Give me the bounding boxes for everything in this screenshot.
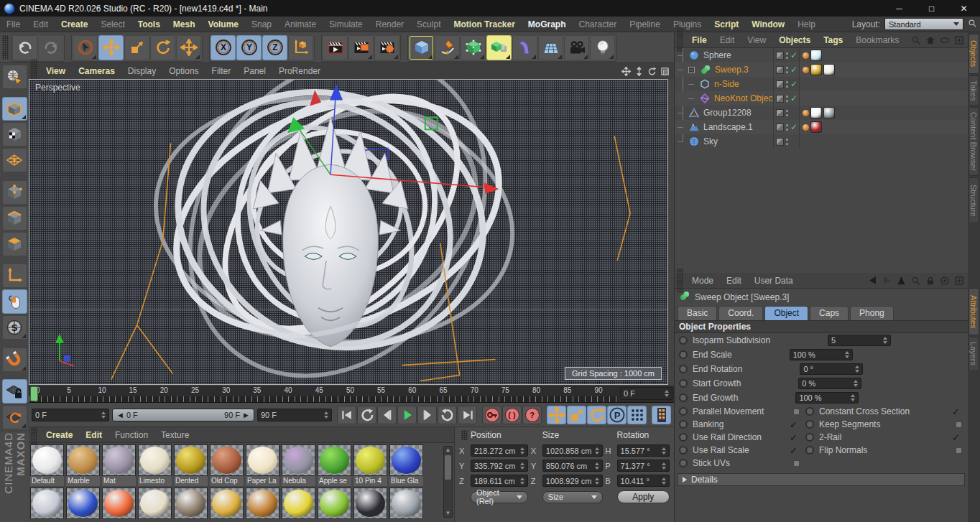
tag-icon[interactable] — [803, 110, 809, 116]
add-panel-icon[interactable] — [953, 34, 964, 45]
layout-select[interactable]: Standard — [884, 18, 963, 30]
menu-item-character[interactable]: Character — [573, 17, 624, 32]
tab-caps[interactable]: Caps — [810, 306, 849, 320]
enable-check-icon[interactable]: ✓ — [790, 122, 799, 132]
material-item[interactable]: Blue Gla — [389, 444, 425, 486]
menu-item-sculpt[interactable]: Sculpt — [410, 17, 447, 32]
tab-basic[interactable]: Basic — [678, 306, 717, 320]
attribute-manager-grip[interactable] — [677, 269, 683, 293]
menu-item-mesh[interactable]: Mesh — [167, 17, 202, 32]
menu-item-pipeline[interactable]: Pipeline — [623, 17, 667, 32]
material-thumbnail[interactable] — [174, 444, 208, 476]
timeline-window-button[interactable] — [652, 406, 671, 424]
last-used-tool[interactable] — [176, 35, 201, 60]
material-tag-icon[interactable] — [810, 50, 822, 61]
layer-toggle[interactable] — [776, 109, 784, 117]
polygons-mode-button[interactable] — [2, 232, 27, 256]
stepper-icon[interactable] — [592, 477, 599, 485]
material-item[interactable] — [318, 488, 353, 519]
object-manager-menu-bookmarks[interactable]: Bookmarks — [849, 32, 905, 48]
menu-item-window[interactable]: Window — [745, 17, 791, 32]
position-value-field[interactable]: 218.272 cm — [471, 444, 528, 457]
material-thumbnail[interactable] — [353, 488, 387, 519]
viewport-menu-filter[interactable]: Filter — [205, 63, 238, 79]
menu-item-simulate[interactable]: Simulate — [323, 17, 369, 32]
search-icon[interactable] — [910, 34, 921, 45]
material-item[interactable]: Mat — [102, 444, 137, 486]
goto-end-button[interactable] — [458, 406, 477, 424]
viewport-solo-button[interactable] — [2, 289, 27, 314]
object-name[interactable]: NeoKnot Object — [714, 93, 773, 103]
object-name[interactable]: Group12208 — [703, 108, 752, 118]
material-thumbnail[interactable] — [282, 488, 315, 519]
stepper-icon[interactable] — [662, 390, 669, 397]
checkbox-checked[interactable]: ✓ — [952, 406, 962, 417]
keyframe-circle-icon[interactable] — [679, 393, 688, 402]
object-name[interactable]: Sphere — [703, 50, 731, 60]
table-row[interactable]: Sphere✓ — [675, 48, 968, 62]
stepper-icon[interactable] — [659, 447, 666, 455]
align-workplane-button[interactable] — [2, 405, 27, 429]
object-name[interactable]: Sky — [703, 136, 718, 146]
material-item[interactable] — [66, 488, 101, 519]
menu-item-edit[interactable]: Edit — [27, 17, 55, 32]
material-tag-icon[interactable] — [823, 64, 835, 75]
viewport-menu-options[interactable]: Options — [162, 63, 205, 79]
object-name[interactable]: n-Side — [714, 79, 739, 89]
stepper-icon[interactable] — [592, 462, 599, 470]
tag-icon[interactable] — [803, 52, 809, 59]
timeline-playhead[interactable] — [30, 386, 38, 401]
enable-check-icon[interactable]: ✓ — [790, 79, 799, 89]
next-frame-button[interactable] — [417, 406, 437, 424]
layer-toggle[interactable] — [776, 80, 784, 88]
camera-button[interactable] — [564, 35, 589, 60]
play-cycle-button[interactable] — [438, 406, 457, 424]
autokey-help-button[interactable]: ? — [522, 406, 542, 424]
minimize-button[interactable]: ─ — [883, 0, 915, 17]
viewport-menu-prorender[interactable]: ProRender — [272, 63, 327, 79]
lock-workplane-button[interactable] — [2, 379, 27, 404]
lock-icon[interactable] — [925, 275, 935, 286]
dolly-view-icon[interactable] — [634, 66, 644, 76]
material-item[interactable]: Old Cop — [210, 444, 245, 486]
material-menu-function[interactable]: Function — [108, 427, 154, 443]
material-thumbnail[interactable] — [318, 444, 351, 476]
rotation-value-field[interactable]: 15.577 ° — [617, 444, 670, 457]
enable-axis-button[interactable] — [2, 264, 27, 288]
coordinate-system-button[interactable] — [288, 35, 313, 60]
stepper-icon[interactable] — [517, 477, 524, 485]
panel-tab-objects[interactable]: Objects — [969, 34, 979, 74]
viewport-menu-panel[interactable]: Panel — [237, 63, 272, 79]
material-thumbnail[interactable] — [138, 444, 172, 476]
material-item[interactable]: Dented — [174, 444, 209, 486]
object-manager-menu-file[interactable]: File — [685, 32, 713, 48]
add-panel-icon[interactable] — [953, 275, 964, 286]
rotate-tool[interactable] — [150, 35, 175, 60]
material-item[interactable]: Nebula — [282, 444, 317, 486]
tag-icon[interactable] — [803, 124, 809, 131]
viewport-canvas[interactable]: Perspective — [29, 79, 668, 385]
viewport-menu-view[interactable]: View — [40, 63, 72, 79]
material-thumbnail[interactable] — [102, 488, 136, 519]
table-row[interactable]: Sky — [675, 134, 968, 149]
material-thumbnail[interactable] — [318, 488, 351, 519]
material-item[interactable]: Paper La — [246, 444, 281, 486]
material-menu-edit[interactable]: Edit — [79, 427, 108, 443]
material-thumbnail[interactable] — [30, 488, 64, 519]
expander-icon[interactable]: − — [688, 67, 695, 73]
menu-item-volume[interactable]: Volume — [202, 17, 245, 32]
material-thumbnail[interactable] — [389, 444, 423, 476]
nav-back-icon[interactable] — [867, 275, 878, 286]
keyframe-circle-icon[interactable] — [805, 446, 814, 455]
y-axis-lock-button[interactable]: Y — [236, 35, 262, 60]
visibility-dots[interactable] — [786, 139, 788, 145]
subdivision-surface-button[interactable] — [461, 35, 486, 60]
workplane-mode-button[interactable] — [2, 148, 27, 172]
keyframe-circle-icon[interactable] — [679, 433, 688, 442]
details-expander[interactable]: Details — [678, 473, 965, 486]
menu-item-script[interactable]: Script — [708, 17, 745, 32]
material-thumbnail[interactable] — [138, 488, 172, 519]
search-icon[interactable] — [910, 275, 921, 286]
object-manager-menu-view[interactable]: View — [741, 32, 772, 48]
keyframe-circle-icon[interactable] — [679, 379, 688, 388]
